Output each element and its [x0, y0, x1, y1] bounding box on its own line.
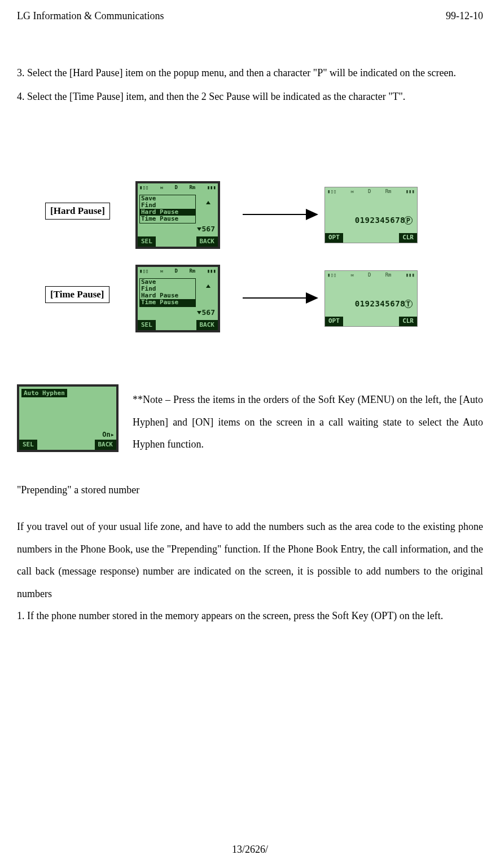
phone-screen-time-menu: ▮▯▯✉DRm▮▮▮ Save Find Hard Pause Time Pau…: [135, 265, 220, 332]
number-display: 0192345678P: [355, 216, 413, 225]
status-bar: ▮▯▯✉DRm▮▮▮: [138, 183, 218, 194]
list-item-3: 3. Select the [Hard Pause] item on the p…: [17, 62, 483, 85]
section-title: "Prepending" a stored number: [17, 484, 483, 496]
phone-screen-auto-hyphen: Auto Hyphen On▸ SEL BACK: [17, 384, 119, 452]
softkey-back: BACK: [196, 236, 218, 247]
arrow-line: [243, 214, 308, 215]
softkey-back: BACK: [196, 320, 218, 330]
popup-menu: Save Find Hard Pause Time Pause: [139, 195, 196, 223]
softkey-bar: OPT CLR: [325, 317, 417, 326]
popup-menu: Save Find Hard Pause Time Pause: [139, 278, 196, 306]
header-date: 99-12-10: [446, 10, 483, 22]
body-step1: 1. If the phone number stored in the mem…: [17, 605, 483, 628]
side-number: 567: [197, 308, 215, 317]
softkey-bar: OPT CLR: [325, 233, 417, 243]
arrow-line: [243, 297, 308, 299]
side-number: 567: [197, 225, 215, 233]
softkey-bar: SEL BACK: [19, 440, 116, 450]
main-content: 3. Select the [Hard Pause] item on the p…: [17, 62, 483, 628]
menu-time-pause: Time Pause: [140, 299, 195, 306]
note-section: Auto Hyphen On▸ SEL BACK **Note – Press …: [17, 384, 483, 456]
list-item-4: 4. Select the [Time Pause] item, and the…: [17, 86, 483, 108]
on-indicator: On▸: [102, 431, 115, 439]
phone-screen-time-result: ▮▯▯✉DRm▮▮▮ 0192345678T OPT CLR: [324, 270, 418, 327]
softkey-clr: CLR: [399, 317, 417, 326]
softkey-sel: SEL: [19, 440, 37, 450]
auto-hyphen-title: Auto Hyphen: [21, 389, 67, 397]
header-company: LG Information & Communications: [17, 10, 164, 22]
number-display: 0192345678T: [355, 299, 413, 308]
softkey-opt: OPT: [325, 233, 343, 243]
status-bar: ▮▯▯✉DRm▮▮▮: [138, 267, 218, 277]
softkey-sel: SEL: [138, 320, 156, 330]
body-intro: If you travel out of your usual life zon…: [17, 516, 483, 605]
status-bar: ▮▯▯✉DRm▮▮▮: [325, 271, 417, 280]
softkey-back: BACK: [95, 440, 117, 450]
softkey-opt: OPT: [325, 317, 343, 326]
page-footer: 13/2626/: [0, 844, 500, 856]
arrow-head-icon: [306, 292, 318, 304]
diagram-area: [Hard Pause] [Time Pause] ▮▯▯✉DRm▮▮▮ Sav…: [17, 181, 483, 350]
softkey-bar: SEL BACK: [138, 236, 218, 247]
status-bar: ▮▯▯✉DRm▮▮▮: [325, 187, 417, 196]
softkey-sel: SEL: [138, 236, 156, 247]
softkey-clr: CLR: [399, 233, 417, 243]
phone-screen-hard-result: ▮▯▯✉DRm▮▮▮ 0192345678P OPT CLR: [324, 187, 418, 243]
hard-pause-label: [Hard Pause]: [45, 203, 110, 220]
note-text: **Note – Press the items in the orders o…: [133, 384, 483, 456]
phone-screen-hard-menu: ▮▯▯✉DRm▮▮▮ Save Find Hard Pause Time Pau…: [135, 181, 220, 249]
menu-time-pause: Time Pause: [140, 216, 195, 222]
time-pause-label: [Time Pause]: [45, 286, 109, 303]
arrow-head-icon: [306, 209, 318, 220]
softkey-bar: SEL BACK: [138, 320, 218, 330]
